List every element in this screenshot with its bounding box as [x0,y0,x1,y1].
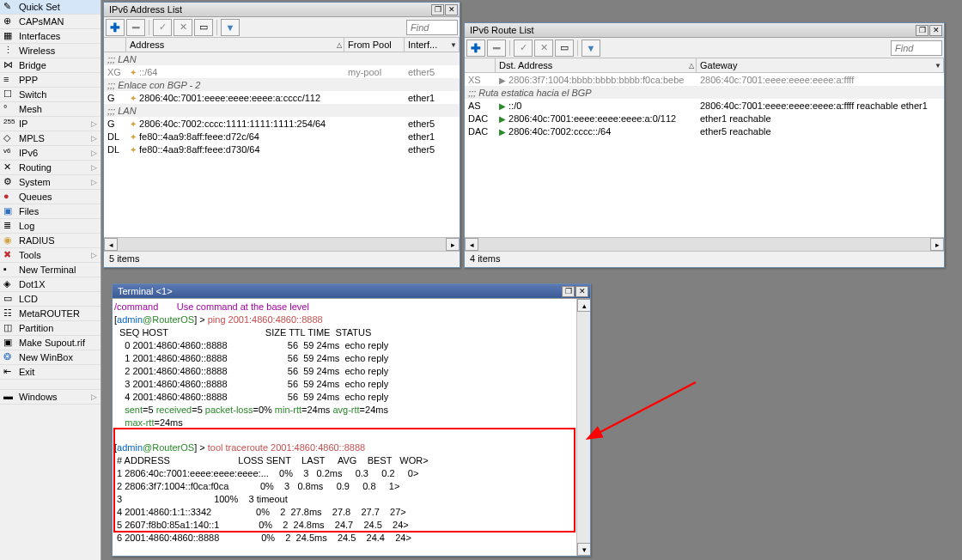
titlebar[interactable]: Terminal <1> ❐ ✕ [113,284,590,299]
col-address[interactable]: Address△ [126,38,344,52]
restore-button[interactable]: ❐ [562,286,575,297]
col-gateway[interactable]: Gateway▼ [697,58,944,72]
sidebar-item-tools[interactable]: ✖Tools▷ [0,248,100,263]
col-frompool[interactable]: From Pool [344,38,405,52]
comment-button[interactable]: ▭ [555,40,574,57]
col-flags[interactable] [465,58,496,72]
submenu-arrow-icon: ▷ [91,178,97,186]
comment-row[interactable]: ;;; LAN [104,104,460,117]
term-line: 0 2001:4860:4860::8888 56 59 24ms echo r… [114,340,388,350]
table-row[interactable]: G✦ 2806:40c:7002:cccc:1111:1111:1111:254… [104,117,460,130]
sidebar-item-partition[interactable]: ◫Partition [0,321,100,336]
address-icon: ✦ [130,94,137,103]
scrollbar-horizontal[interactable]: ◂▸ [104,237,460,251]
sidebar-item-queues[interactable]: ●Queues [0,190,100,204]
sidebar-item-new-terminal[interactable]: ▪New Terminal [0,263,100,277]
scroll-right-button[interactable]: ▸ [446,238,460,251]
comment-row[interactable]: ;;; Enlace con BGP - 2 [104,78,460,91]
scroll-down-button[interactable]: ▾ [577,543,590,556]
table-row[interactable]: DL✦ fe80::4aa9:8aff:feee:d72c/64ether1 [104,130,460,143]
close-button[interactable]: ✕ [929,25,942,36]
table-row[interactable]: XG✦ ::/64my-poolether5 [104,65,460,78]
restore-button[interactable]: ❐ [916,25,929,36]
comment-row[interactable]: ;;; Ruta estatica hacia el BGP [465,86,944,99]
term-line: 4 2001:4860:1:1::3342 0% 2 27.8ms 27.8 2… [114,507,406,517]
sidebar-item-exit[interactable]: ⇤Exit [0,365,100,380]
col-flags[interactable] [104,38,126,52]
sidebar-item-ppp[interactable]: ≡PPP [0,73,100,88]
grid-body[interactable]: ;;; LAN XG✦ ::/64my-poolether5 ;;; Enlac… [104,52,460,237]
term-prompt: [admin@RouterOS] > [114,442,208,453]
scroll-left-button[interactable]: ◂ [465,238,478,251]
table-row[interactable]: DAC▶ 2806:40c:7002:cccc::/64ether5 reach… [465,125,944,137]
sidebar-item-bridge[interactable]: ⋈Bridge [0,58,100,73]
check-icon: ✓ [159,21,167,33]
sidebar-item-new-winbox[interactable]: ❂New WinBox [0,350,100,365]
term-line: 2 2001:4860:4860::8888 56 59 24ms echo r… [114,366,388,376]
close-button[interactable]: ✕ [445,4,458,15]
sidebar-item-capsman[interactable]: ⊕CAPsMAN [0,15,100,29]
terminal-body[interactable]: /command Use command at the base level [… [113,299,590,556]
sidebar-item-ip[interactable]: 255IP▷ [0,117,100,131]
scroll-up-button[interactable]: ▴ [577,299,590,312]
sidebar-item-switch[interactable]: ☐Switch [0,88,100,102]
disable-button[interactable]: ✕ [534,40,553,57]
sidebar-item-lcd[interactable]: ▭LCD [0,292,100,307]
funnel-icon: ▼ [587,43,596,53]
term-line: 6 2001:4860:4860::8888 0% 2 24.5ms 24.5 … [114,533,411,543]
submenu-arrow-icon: ▷ [91,251,97,259]
sidebar-item-system[interactable]: ⚙System▷ [0,175,100,190]
scroll-right-button[interactable]: ▸ [930,238,944,251]
address-icon: ✦ [130,132,137,142]
col-dst-address[interactable]: Dst. Address△ [496,58,697,72]
table-row[interactable]: XS▶ 2806:3f7:1004:bbbb:bbbb:bbbb:f0ca:be… [465,73,944,86]
status-bar: 4 items [465,251,944,265]
enable-button[interactable]: ✓ [153,19,172,36]
restore-button[interactable]: ❐ [431,4,444,15]
comment-button[interactable]: ▭ [194,19,213,36]
close-button[interactable]: ✕ [575,286,588,297]
comment-icon: ▭ [199,21,208,33]
remove-button[interactable]: ━ [487,40,506,57]
window-title: IPv6 Route List [466,25,915,35]
add-button[interactable]: ✚ [466,40,485,57]
ipv6-address-list-window: IPv6 Address List ❐ ✕ ✚ ━ ✓ ✕ ▭ ▼ Addres… [103,2,460,268]
ipv6-route-list-window: IPv6 Route List ❐ ✕ ✚ ━ ✓ ✕ ▭ ▼ Dst. Add… [464,22,945,268]
sidebar-item-wireless[interactable]: ⋮Wireless [0,44,100,58]
sidebar-item-radius[interactable]: ◉RADIUS [0,234,100,248]
table-row[interactable]: AS▶ ::/02806:40c:7001:eeee:eeee:eeee:a:f… [465,99,944,112]
comment-row[interactable]: ;;; LAN [104,52,460,65]
sidebar-item-routing[interactable]: ✕Routing▷ [0,161,100,175]
enable-button[interactable]: ✓ [514,40,533,57]
scroll-left-button[interactable]: ◂ [104,238,118,251]
col-interface[interactable]: Interf...▼ [405,38,460,52]
table-row[interactable]: DAC▶ 2806:40c:7001:eeee:eeee:eeee:a:0/11… [465,112,944,125]
scrollbar-horizontal[interactable]: ◂▸ [465,237,944,251]
find-input[interactable] [406,20,458,35]
route-icon: ▶ [499,114,506,124]
sidebar-item-interfaces[interactable]: ▦Interfaces [0,29,100,44]
scrollbar-vertical[interactable]: ▴ ▾ [576,299,590,556]
sidebar-item-log[interactable]: ≣Log [0,219,100,234]
sidebar-item-ipv6[interactable]: v6IPv6▷ [0,146,100,161]
table-row[interactable]: G✦ 2806:40c:7001:eeee:eeee:eeee:a:cccc/1… [104,91,460,104]
titlebar[interactable]: IPv6 Address List ❐ ✕ [104,3,460,17]
disable-button[interactable]: ✕ [174,19,192,36]
sidebar-item-metarouter[interactable]: ☷MetaROUTER [0,307,100,321]
sidebar-item-windows[interactable]: ▬Windows▷ [0,390,100,405]
grid-body[interactable]: XS▶ 2806:3f7:1004:bbbb:bbbb:bbbb:f0ca:be… [465,73,944,237]
remove-button[interactable]: ━ [126,19,145,36]
sidebar-item-mpls[interactable]: ◇MPLS▷ [0,131,100,146]
titlebar[interactable]: IPv6 Route List ❐ ✕ [465,23,944,38]
route-icon: ▶ [499,76,506,85]
sidebar-item-quickset[interactable]: ✎Quick Set [0,0,100,15]
add-button[interactable]: ✚ [106,19,125,36]
sidebar-item-dot1x[interactable]: ◈Dot1X [0,277,100,292]
sidebar-item-make-supout[interactable]: ▣Make Supout.rif [0,336,100,350]
find-input[interactable] [891,40,942,56]
filter-button[interactable]: ▼ [221,19,240,36]
table-row[interactable]: DL✦ fe80::4aa9:8aff:feee:d730/64ether5 [104,143,460,155]
filter-button[interactable]: ▼ [581,40,600,57]
sidebar-item-files[interactable]: ▣Files [0,204,100,219]
sidebar-item-mesh[interactable]: °Mesh [0,102,100,117]
